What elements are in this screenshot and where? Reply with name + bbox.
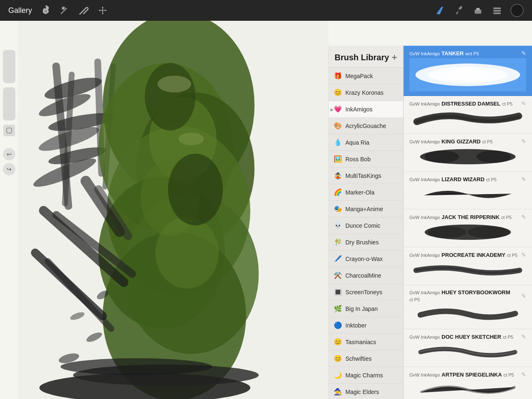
canvas-drawing [18, 21, 328, 399]
add-brush-button[interactable]: + [392, 52, 397, 62]
category-item-tasmaniacs[interactable]: 😊Tasmaniacs [329, 334, 403, 350]
category-item-marker-ola[interactable]: 🌈Marker-Ola [329, 184, 403, 201]
category-item-magic-charms[interactable]: 🌙Magic Charms [329, 367, 403, 384]
category-icon-1: 😊 [334, 89, 342, 96]
brush-item-header-0: GvW InkAmigoTANKERwct P5✎ [409, 50, 526, 57]
gallery-button[interactable]: Gallery [8, 6, 32, 15]
brush-preview-3 [409, 184, 526, 205]
brush-tool-icon[interactable] [453, 5, 465, 16]
brush-item-header-2: GvW InkAmigoKING GIZZARDct P5✎ [409, 138, 526, 145]
svg-point-30 [168, 154, 223, 226]
brush-item-2[interactable]: GvW InkAmigoKING GIZZARDct P5✎ [404, 134, 532, 172]
category-item-inktober[interactable]: 🔵Inktober [329, 317, 403, 334]
brush-edit-icon-5[interactable]: ✎ [521, 251, 526, 258]
category-item-magic-elders[interactable]: 🧙Magic Elders [329, 384, 403, 399]
tool-option[interactable] [3, 125, 15, 136]
brush-item-5[interactable]: GvW InkAmigoPROCREATE INKADEMYct P5✎ [404, 247, 532, 285]
category-item-schwifties[interactable]: 😊Schwifties [329, 350, 403, 367]
category-icon-7: 🌈 [334, 188, 342, 196]
svg-rect-5 [493, 10, 501, 12]
category-item-screentoneys[interactable]: 🔳ScreenToneys [329, 284, 403, 300]
redo-button[interactable]: ↪ [3, 163, 15, 175]
category-item-multitaskings[interactable]: 🤹MultiTasKings [329, 167, 403, 184]
brush-item-6[interactable]: GvW InkAmigoHUEY STORYBOOKWORMct P5✎ [404, 285, 532, 329]
svg-rect-3 [476, 8, 480, 10]
category-name-3: AcrylicGouache [345, 123, 386, 129]
svg-point-58 [428, 227, 466, 238]
brush-edit-icon-8[interactable]: ✎ [521, 371, 526, 378]
category-name-5: Ross Bob [345, 156, 371, 163]
brush-edit-icon-6[interactable]: ✎ [521, 293, 526, 299]
category-item-charcoalmine[interactable]: ⚒️CharcoalMine [329, 267, 403, 284]
wrench-icon[interactable] [39, 5, 51, 16]
brush-list-inner: GvW InkAmigoTANKERwct P5✎ GvW InkAmigoDI… [404, 46, 532, 399]
brush-item-7[interactable]: GvW InkAmigoDOC HUEY SKETCHERct P5✎ [404, 329, 532, 367]
category-name-17: Schwifties [345, 355, 372, 362]
undo-button[interactable]: ↩ [3, 148, 15, 160]
category-item-dry-brushies[interactable]: 🎋Dry Brushies [329, 234, 403, 251]
brush-edit-icon-0[interactable]: ✎ [521, 50, 526, 57]
brush-item-header-1: GvW InkAmigoDISTRESSED DAMSELct P5✎ [409, 100, 526, 107]
brush-item-header-8: GvW InkAmigoARTPEN SPIEGELINKAct P5✎ [409, 371, 526, 378]
brush-preview-7 [409, 342, 526, 362]
category-item-krazy-koronas[interactable]: 😊Krazy Koronas [329, 84, 403, 101]
brush-edit-icon-1[interactable]: ✎ [521, 100, 526, 107]
brush-preview-5 [409, 260, 526, 281]
category-item-megapack[interactable]: 🎁MegaPack [329, 68, 403, 84]
brush-edit-icon-3[interactable]: ✎ [521, 176, 526, 182]
smudge-icon[interactable] [78, 5, 89, 16]
category-name-15: Inktober [345, 322, 367, 329]
brush-item-3[interactable]: GvW InkAmigoLIZARD WIZARDct P5✎ [404, 172, 532, 209]
move-icon[interactable] [97, 5, 108, 16]
brush-item-4[interactable]: GvW InkAmigoJACK THE RIPPERINKct P5✎ [404, 209, 532, 247]
brush-edit-icon-7[interactable]: ✎ [521, 333, 526, 340]
brush-item-header-6: GvW InkAmigoHUEY STORYBOOKWORMct P5✎ [409, 289, 526, 302]
pen-tool-icon[interactable] [434, 5, 446, 16]
size-slider[interactable] [3, 87, 15, 121]
brush-suffix-7: ct P5 [503, 335, 513, 340]
category-item-manga+anime[interactable]: 🎭Manga+Anime [329, 201, 403, 217]
category-name-18: Magic Charms [345, 372, 383, 379]
brush-item-header-3: GvW InkAmigoLIZARD WIZARDct P5✎ [409, 176, 526, 182]
category-name-16: Tasmaniacs [345, 339, 376, 345]
layers-icon[interactable] [491, 5, 503, 16]
category-item-aqua-ria[interactable]: 💧Aqua Ria [329, 134, 403, 151]
category-name-12: CharcoalMine [345, 272, 381, 279]
category-item-ross-bob[interactable]: 🖼️Ross Bob [329, 151, 403, 167]
color-picker[interactable] [510, 4, 524, 17]
brush-name-text-6: HUEY STORYBOOKWORM [441, 289, 510, 296]
brush-edit-icon-4[interactable]: ✎ [521, 214, 526, 220]
category-item-dunce-comic[interactable]: 💀Dunce Comic [329, 217, 403, 234]
brush-preview-1 [409, 108, 526, 129]
brush-name-text-8: ARTPEN SPIEGELINKA [441, 372, 502, 378]
category-icon-11: 🖊️ [334, 255, 342, 263]
svg-rect-4 [493, 7, 501, 9]
brush-list: GvW InkAmigoTANKERwct P5✎ GvW InkAmigoDI… [404, 46, 532, 399]
category-name-11: Crayon-o-Wax [345, 256, 383, 262]
svg-point-1 [458, 5, 463, 10]
brush-name-text-1: DISTRESSED DAMSEL [441, 101, 500, 107]
brush-library-title: Brush Library [335, 53, 389, 62]
brush-item-0[interactable]: GvW InkAmigoTANKERwct P5✎ [404, 46, 532, 96]
brush-item-8[interactable]: GvW InkAmigoARTPEN SPIEGELINKAct P5✎ [404, 367, 532, 399]
brush-item-1[interactable]: GvW InkAmigoDISTRESSED DAMSELct P5✎ [404, 96, 532, 134]
category-name-7: Marker-Ola [345, 189, 374, 196]
category-icon-12: ⚒️ [334, 271, 342, 279]
category-item-inkamigos[interactable]: ▶💗InkAmigos [329, 101, 403, 118]
brush-edit-icon-2[interactable]: ✎ [521, 138, 526, 145]
magic-icon[interactable] [59, 5, 70, 16]
brush-name-row-8: GvW InkAmigoARTPEN SPIEGELINKAct P5 [409, 372, 514, 378]
brush-prefix-0: GvW InkAmigo [409, 51, 440, 56]
brush-suffix-3: ct P5 [486, 177, 497, 182]
category-icon-6: 🤹 [334, 172, 342, 180]
category-name-4: Aqua Ria [345, 139, 369, 146]
brush-name-text-3: LIZARD WIZARD [441, 176, 484, 182]
category-icon-9: 💀 [334, 222, 342, 229]
category-item-big-in-japan[interactable]: 🌿Big In Japan [329, 300, 403, 317]
brush-prefix-3: GvW InkAmigo [409, 177, 440, 182]
category-icon-5: 🖼️ [334, 155, 342, 163]
category-item-acrylicgouache[interactable]: 🎨AcrylicGouache [329, 118, 403, 134]
eraser-icon[interactable] [472, 5, 484, 16]
opacity-slider[interactable] [3, 50, 15, 83]
category-item-crayon-o-wax[interactable]: 🖊️Crayon-o-Wax [329, 251, 403, 267]
